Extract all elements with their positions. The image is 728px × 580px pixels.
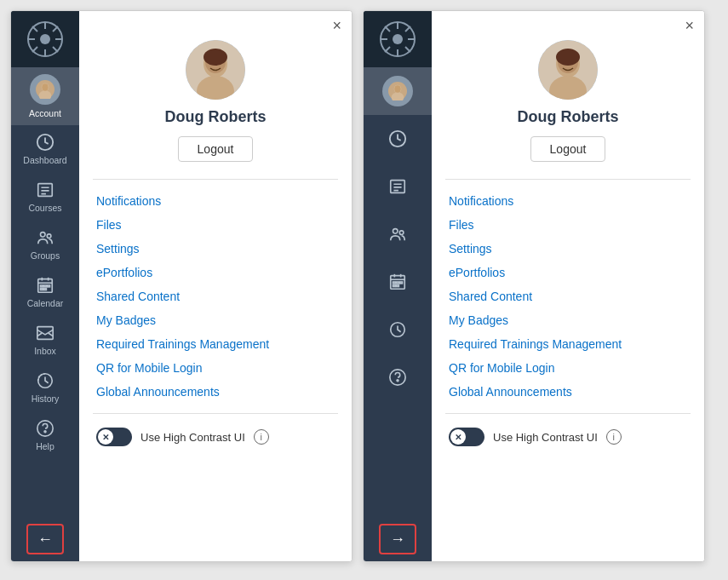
sidebar-item-help-right[interactable] <box>364 353 432 401</box>
toggle-row-right: ✕ Use High Contrast UI i <box>432 417 704 460</box>
account-avatar <box>30 74 60 105</box>
svg-point-13 <box>42 83 48 91</box>
svg-line-9 <box>32 47 37 52</box>
sidebar-item-groups[interactable]: Groups <box>11 221 79 268</box>
divider-top-left <box>93 179 338 180</box>
menu-item-left-5[interactable]: My Badges <box>96 309 335 331</box>
toggle-row-left: ✕ Use High Contrast UI i <box>79 417 352 460</box>
menu-item-right-2[interactable]: Settings <box>449 238 687 260</box>
sidebar-item-calendar-right[interactable] <box>364 258 432 306</box>
sidebar-item-history-label: History <box>32 393 60 404</box>
account-menu-left: NotificationsFilesSettingsePortfoliosSha… <box>79 183 352 410</box>
svg-line-6 <box>32 26 37 32</box>
svg-line-52 <box>385 47 390 52</box>
sidebar-item-help[interactable]: Help <box>11 411 79 459</box>
profile-section-right: Doug Roberts Logout <box>432 33 704 175</box>
panel-right: → × <box>363 10 705 562</box>
high-contrast-toggle-right[interactable]: ✕ <box>449 428 484 446</box>
menu-item-right-7[interactable]: QR for Mobile Login <box>449 357 687 379</box>
sidebar-item-history-right[interactable] <box>364 306 432 353</box>
sidebar-item-account-label: Account <box>29 108 61 118</box>
account-menu-right: NotificationsFilesSettingsePortfoliosSha… <box>432 183 704 410</box>
sidebar-item-courses-label: Courses <box>28 203 61 213</box>
menu-item-right-8[interactable]: Global Announcements <box>449 381 687 403</box>
logout-button-right[interactable]: Logout <box>530 136 606 162</box>
svg-rect-29 <box>44 289 47 290</box>
collapse-button-right[interactable]: → <box>364 517 432 561</box>
svg-line-32 <box>49 333 53 336</box>
svg-rect-68 <box>393 282 396 284</box>
sidebar-item-dashboard-right[interactable] <box>364 115 432 163</box>
sidebar-item-calendar[interactable]: Calendar <box>11 268 79 316</box>
menu-item-left-2[interactable]: Settings <box>96 238 335 260</box>
svg-rect-26 <box>44 285 47 287</box>
menu-item-right-4[interactable]: Shared Content <box>449 285 687 307</box>
high-contrast-toggle-left[interactable]: ✕ <box>96 428 132 446</box>
profile-avatar-right <box>538 40 598 100</box>
logout-button-left[interactable]: Logout <box>178 136 254 162</box>
app-logo[interactable] <box>11 11 79 67</box>
dropdown-header-right: × <box>432 11 704 33</box>
sidebar-item-history[interactable]: History <box>11 364 79 411</box>
sidebar-item-courses[interactable]: Courses <box>11 173 79 221</box>
menu-item-left-4[interactable]: Shared Content <box>96 285 335 307</box>
menu-item-left-8[interactable]: Global Announcements <box>96 381 335 403</box>
sidebar-item-account[interactable]: Account <box>11 67 79 125</box>
sidebar-item-dashboard[interactable]: Dashboard <box>11 125 79 173</box>
svg-point-35 <box>44 431 46 433</box>
svg-rect-71 <box>393 285 396 287</box>
sidebar-item-help-label: Help <box>36 441 54 451</box>
menu-item-left-3[interactable]: ePortfolios <box>96 261 335 284</box>
svg-point-75 <box>397 380 398 382</box>
menu-item-left-7[interactable]: QR for Mobile Login <box>96 357 335 379</box>
menu-item-left-1[interactable]: Files <box>96 214 335 236</box>
svg-rect-69 <box>397 282 399 284</box>
svg-line-50 <box>405 47 410 52</box>
sidebar-item-courses-right[interactable] <box>364 163 432 210</box>
svg-point-63 <box>399 231 404 235</box>
svg-point-62 <box>393 229 398 234</box>
menu-item-left-6[interactable]: Required Trainings Management <box>96 333 335 355</box>
close-button-left[interactable]: × <box>332 18 341 33</box>
svg-line-49 <box>385 26 390 32</box>
sidebar-item-groups-right[interactable] <box>364 210 432 258</box>
sidebar-item-account-right[interactable] <box>364 67 432 115</box>
sidebar-item-inbox[interactable]: Inbox <box>11 316 79 364</box>
menu-item-right-0[interactable]: Notifications <box>449 190 687 212</box>
menu-item-right-3[interactable]: ePortfolios <box>449 261 687 284</box>
info-icon-right[interactable]: i <box>606 429 622 445</box>
profile-name-left: Doug Roberts <box>165 108 267 126</box>
menu-item-right-6[interactable]: Required Trainings Management <box>449 333 687 355</box>
toggle-knob-left: ✕ <box>98 429 113 445</box>
menu-item-left-0[interactable]: Notifications <box>96 190 335 212</box>
svg-rect-28 <box>41 289 43 290</box>
svg-rect-30 <box>37 327 53 340</box>
menu-item-right-5[interactable]: My Badges <box>449 309 687 331</box>
account-dropdown-left: × Doug Roberts Logout <box>79 11 352 561</box>
svg-point-56 <box>394 85 400 93</box>
sidebar-item-calendar-label: Calendar <box>27 298 64 308</box>
close-button-right[interactable]: × <box>685 18 694 33</box>
app-logo-right[interactable] <box>364 11 432 67</box>
svg-rect-70 <box>400 282 403 284</box>
profile-avatar-left <box>186 40 245 100</box>
menu-item-right-1[interactable]: Files <box>449 214 687 236</box>
account-dropdown-right: × Doug Roberts Logout <box>432 11 704 561</box>
svg-point-19 <box>41 233 46 238</box>
svg-line-51 <box>405 26 410 32</box>
toggle-label-right: Use High Contrast UI <box>493 431 598 444</box>
svg-rect-27 <box>48 285 50 287</box>
divider-bottom-left <box>93 413 338 414</box>
info-icon-left[interactable]: i <box>254 429 269 445</box>
svg-point-20 <box>47 234 51 238</box>
collapse-icon-right: → <box>379 524 416 554</box>
collapse-button-left[interactable]: ← <box>11 517 79 561</box>
sidebar-item-groups-label: Groups <box>31 250 60 261</box>
profile-name-right: Doug Roberts <box>518 108 619 126</box>
sidebar-item-dashboard-label: Dashboard <box>23 155 66 165</box>
dropdown-header-left: × <box>79 11 352 33</box>
profile-section-left: Doug Roberts Logout <box>79 33 352 175</box>
svg-line-7 <box>53 47 58 52</box>
divider-bottom-right <box>445 413 691 414</box>
nav-sidebar-right: → <box>364 11 432 561</box>
